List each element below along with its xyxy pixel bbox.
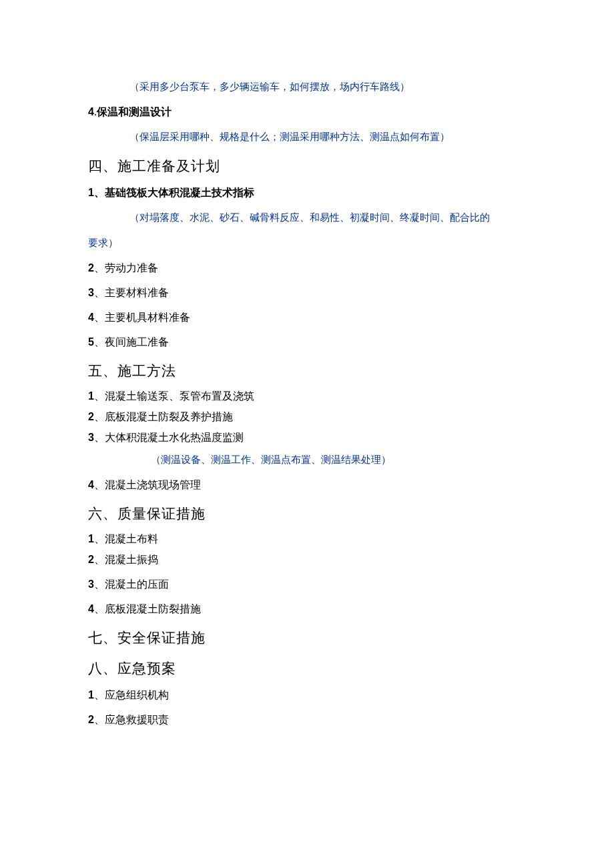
item-label: 、混凝土的压面 <box>94 578 169 590</box>
heading-4-insulation: 4.保温和测温设计 <box>88 105 534 119</box>
item-number: 1 <box>88 689 94 701</box>
section-5-title: 五、施工方法 <box>88 362 534 380</box>
item-number: 2 <box>88 714 94 725</box>
heading-5-4: 4、混凝土浇筑现场管理 <box>88 478 534 492</box>
note-text: （采用多少台泵车，多少辆运输车，如何摆放，场内行车路线） <box>88 79 534 95</box>
note-text-continued: 要求） <box>88 235 534 251</box>
item-label: 、混凝土浇筑现场管理 <box>94 479 201 490</box>
heading-4-4: 4、主要机具材料准备 <box>88 311 534 325</box>
heading-8-2: 2、应急救援职责 <box>88 713 534 727</box>
item-label: 、应急组织机构 <box>94 689 169 701</box>
item-number: 2 <box>88 554 94 565</box>
item-label: 、夜间施工准备 <box>94 336 169 348</box>
heading-6-4: 4、底板混凝土防裂措施 <box>88 602 534 616</box>
heading-6-3: 3、混凝土的压面 <box>88 578 534 592</box>
heading-5-3: 3、大体积混凝土水化热温度监测 <box>88 431 534 445</box>
heading-6-2: 2、混凝土振捣 <box>88 553 534 567</box>
item-number: 3 <box>88 578 94 590</box>
item-label: 、基础筏板大体积混凝土技术指标 <box>94 187 254 198</box>
item-number: 3 <box>88 432 94 443</box>
section-4-title: 四、施工准备及计划 <box>88 157 534 175</box>
item-label: 保温和测温设计 <box>97 106 172 117</box>
item-label: 、底板混凝土防裂及养护措施 <box>94 411 233 422</box>
note-text: （对塌落度、水泥、砂石、碱骨料反应、和易性、初凝时间、终凝时间、配合比的 <box>88 209 534 226</box>
item-number: 4 <box>88 603 94 614</box>
note-text: （保温层采用哪种、规格是什么；测温采用哪种方法、测温点如何布置） <box>88 129 534 145</box>
item-label: 、底板混凝土防裂措施 <box>94 603 201 614</box>
heading-4-1: 1、基础筏板大体积混凝土技术指标 <box>88 186 534 200</box>
heading-4-5: 5、夜间施工准备 <box>88 336 534 350</box>
item-label: 、混凝土布料 <box>94 533 158 544</box>
heading-5-2: 2、底板混凝土防裂及养护措施 <box>88 410 534 424</box>
item-label: 、大体积混凝土水化热温度监测 <box>94 432 244 443</box>
item-number: 2 <box>88 411 94 422</box>
heading-5-1: 1、混凝土输送泵、泵管布置及浇筑 <box>88 390 534 404</box>
heading-6-1: 1、混凝土布料 <box>88 532 534 546</box>
note-text: （测温设备、测温工作、测温点布置、测温结果处理） <box>88 452 534 468</box>
document-page: （采用多少台泵车，多少辆运输车，如何摆放，场内行车路线） 4.保温和测温设计 （… <box>0 0 614 777</box>
heading-4-2: 2、劳动力准备 <box>88 262 534 276</box>
item-label: 、劳动力准备 <box>94 262 158 274</box>
heading-4-3: 3、主要材料准备 <box>88 286 534 300</box>
item-label: 、应急救援职责 <box>94 714 169 725</box>
section-8-title: 八、应急预案 <box>88 659 534 678</box>
item-number: 4 <box>88 479 94 490</box>
section-6-title: 六、质量保证措施 <box>88 504 534 523</box>
item-label: 、主要机具材料准备 <box>94 312 190 323</box>
item-number: 1 <box>88 390 94 402</box>
item-number: 4 <box>88 312 94 323</box>
item-label: 、混凝土振捣 <box>94 554 158 565</box>
item-number: 1 <box>88 187 94 198</box>
item-number: 5 <box>88 336 94 348</box>
item-number: 3 <box>88 287 94 298</box>
item-number: 1 <box>88 533 94 544</box>
heading-8-1: 1、应急组织机构 <box>88 689 534 703</box>
section-7-title: 七、安全保证措施 <box>88 628 534 647</box>
item-label: 、主要材料准备 <box>94 287 169 298</box>
item-number: 4 <box>88 106 94 117</box>
item-label: 、混凝土输送泵、泵管布置及浇筑 <box>94 390 254 402</box>
item-number: 2 <box>88 262 94 274</box>
